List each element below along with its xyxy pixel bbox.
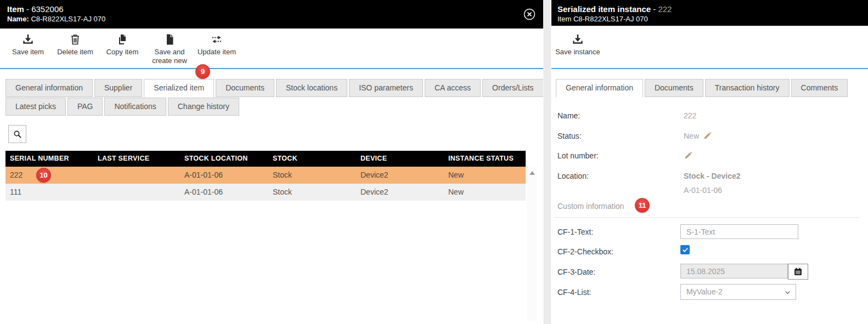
search-icon (13, 129, 22, 139)
cf2-checkbox-label: CF-2-Checkbox: (557, 247, 613, 256)
instance-title-sep: - (651, 4, 658, 14)
col-device[interactable]: DEVICE (356, 151, 444, 167)
tab-general-information[interactable]: General information (5, 79, 93, 97)
custom-information-section-title: Custom information (557, 202, 624, 211)
location-value-line1: Stock - Device2 (684, 172, 741, 180)
location-value-line2: A-01-01-06 (684, 186, 722, 195)
name-field-value: 222 (684, 111, 696, 120)
cf4-list-label: CF-4-List: (557, 288, 591, 297)
scroll-up-icon[interactable] (529, 171, 535, 175)
checkmark-icon (682, 247, 689, 253)
item-tabs-row1: General information Supplier Serialized … (5, 79, 544, 98)
tab-documents[interactable]: Documents (216, 79, 274, 97)
cf4-list-select[interactable]: MyValue-2 (680, 284, 796, 300)
cell-status: New (444, 167, 526, 184)
col-serial-number[interactable]: SERIAL NUMBER (5, 151, 93, 167)
annotation-badge-9: 9 (195, 64, 210, 79)
tab-iso-parameters[interactable]: ISO parameters (349, 79, 423, 97)
copy-item-button[interactable]: Copy item (99, 30, 146, 62)
chevron-down-icon (784, 289, 791, 296)
item-panel-header: Item - 6352006 Name: C8-R822XLS17-AJ 070 (0, 0, 543, 29)
instance-tabs: General information Documents Transactio… (556, 79, 848, 98)
save-item-button[interactable]: Save item (4, 30, 52, 62)
cell-stock: Stock (268, 184, 356, 201)
cf3-date-label: CF-3-Date: (557, 268, 595, 276)
search-button[interactable] (8, 125, 26, 143)
lot-number-field-label: Lot number: (557, 151, 599, 160)
col-last-service[interactable]: LAST SERVICE (93, 151, 180, 167)
panel-divider (543, 0, 551, 324)
serialized-items-table: SERIAL NUMBER LAST SERVICE STOCK LOCATIO… (5, 151, 526, 201)
cell-stock: Stock (268, 167, 356, 184)
cell-status: New (444, 184, 526, 201)
name-field-label: Name: (557, 111, 580, 120)
cell-stock-location: A-01-01-06 (180, 167, 268, 184)
status-field-label: Status: (557, 132, 582, 140)
cf1-text-label: CF-1-Text: (557, 228, 593, 236)
cell-device: Device2 (356, 184, 444, 201)
update-item-button[interactable]: Update item (193, 30, 240, 62)
tab-supplier[interactable]: Supplier (94, 79, 142, 97)
calendar-button[interactable] (788, 264, 808, 280)
item-title-label: Item (7, 4, 24, 14)
col-stock-location[interactable]: STOCK LOCATION (180, 151, 268, 167)
item-name-value: C8-R822XLS17-AJ 070 (31, 15, 105, 23)
cf2-checkbox[interactable] (680, 245, 690, 254)
cell-serial: 111 (5, 184, 93, 201)
save-instance-label: Save instance (555, 48, 600, 56)
item-name-label: Name: (7, 15, 29, 23)
cell-last-service (93, 167, 180, 184)
item-tabs-row2: Latest picks PAG Notifications Change hi… (5, 98, 239, 116)
delete-item-button[interactable]: Delete item (52, 30, 99, 62)
tab-pag[interactable]: PAG (67, 98, 103, 116)
table-row[interactable]: 222 A-01-01-06 Stock Device2 New (5, 167, 526, 184)
cf3-date-input[interactable]: 15.08.2025 (680, 264, 788, 278)
location-field-label: Location: (557, 172, 589, 180)
instance-title: Serialized item instance - 222 (557, 4, 861, 14)
cell-stock-location: A-01-01-06 (180, 184, 268, 201)
tab-instance-documents[interactable]: Documents (645, 79, 703, 97)
tab-instance-transaction-history[interactable]: Transaction history (705, 79, 790, 97)
close-icon[interactable] (523, 8, 536, 21)
save-instance-button[interactable]: Save instance (554, 30, 601, 62)
col-instance-status[interactable]: INSTANCE STATUS (444, 151, 526, 167)
item-title: Item - 6352006 (7, 4, 537, 14)
update-item-label: Update item (198, 48, 236, 56)
save-and-create-new-button[interactable]: Save and create new (146, 30, 193, 65)
cf4-selected-value: MyValue-2 (686, 287, 723, 296)
tab-notifications[interactable]: Notifications (104, 98, 166, 116)
item-title-value: 6352006 (31, 4, 63, 14)
edit-lot-number-pencil-icon[interactable] (684, 151, 693, 160)
tab-serialized-item[interactable]: Serialized item (144, 79, 214, 98)
instance-title-label: Serialized item instance (557, 4, 651, 14)
app-window: Item - 6352006 Name: C8-R822XLS17-AJ 070… (0, 0, 868, 324)
calendar-icon (793, 267, 803, 276)
tab-instance-general-information[interactable]: General information (556, 79, 643, 98)
sync-arrows-icon (210, 33, 223, 46)
save-item-label: Save item (12, 48, 44, 56)
tab-change-history[interactable]: Change history (168, 98, 239, 116)
status-field-value: New (684, 132, 699, 140)
tab-orders-lists[interactable]: Orders/Lists (482, 79, 543, 97)
cf1-text-input[interactable] (680, 224, 798, 239)
table-scrollbar[interactable] (527, 167, 537, 321)
cell-last-service (93, 184, 180, 201)
trash-icon (69, 33, 82, 46)
delete-item-label: Delete item (57, 48, 93, 56)
section-divider (554, 217, 859, 218)
instance-title-value: 222 (658, 4, 672, 14)
table-row[interactable]: 111 A-01-01-06 Stock Device2 New (5, 184, 526, 201)
tab-stock-locations[interactable]: Stock locations (276, 79, 347, 97)
annotation-badge-10: 10 (36, 168, 51, 183)
copy-item-label: Copy item (106, 48, 139, 56)
tab-instance-comments[interactable]: Comments (791, 79, 848, 97)
instance-subtitle: Item C8-R822XLS17-AJ 070 (557, 14, 861, 24)
page-icon (163, 33, 176, 46)
tab-latest-picks[interactable]: Latest picks (5, 98, 66, 116)
tab-ca-access[interactable]: CA access (425, 79, 481, 97)
col-stock[interactable]: STOCK (268, 151, 356, 167)
instance-toolbar: Save instance (554, 30, 601, 62)
accent-divider-line (0, 68, 868, 69)
edit-status-pencil-icon[interactable] (703, 131, 712, 140)
cell-device: Device2 (356, 167, 444, 184)
